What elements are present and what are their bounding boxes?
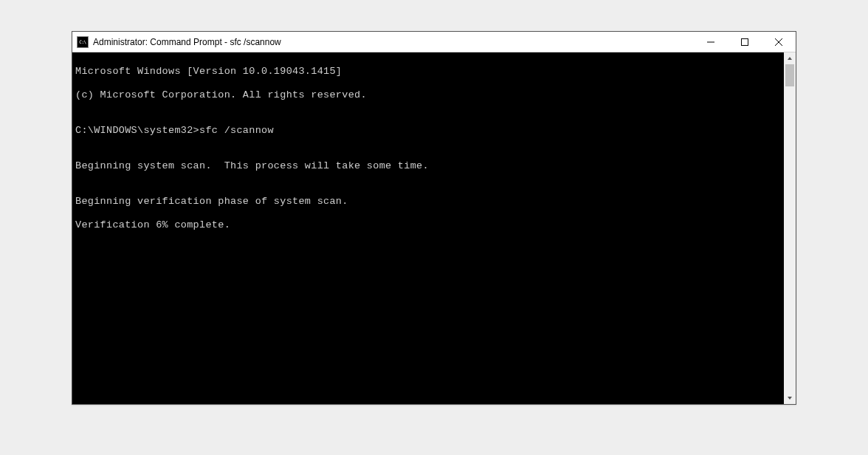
chevron-up-icon	[787, 55, 793, 61]
scroll-down-button[interactable]	[784, 392, 796, 404]
scroll-up-button[interactable]	[784, 52, 796, 64]
scroll-thumb[interactable]	[785, 64, 794, 86]
titlebar[interactable]: C:\ Administrator: Command Prompt - sfc …	[72, 32, 796, 52]
chevron-down-icon	[787, 395, 793, 401]
close-button[interactable]	[762, 32, 796, 52]
svg-marker-4	[788, 57, 792, 60]
maximize-icon	[741, 38, 748, 46]
window-controls	[694, 32, 796, 52]
icon-glyph: C:\	[79, 39, 86, 44]
terminal-output[interactable]: Microsoft Windows [Version 10.0.19043.14…	[72, 52, 784, 404]
output-line: Beginning system scan. This process will…	[75, 160, 781, 172]
output-line: (c) Microsoft Corporation. All rights re…	[75, 89, 781, 101]
command-prompt-window: C:\ Administrator: Command Prompt - sfc …	[72, 31, 796, 405]
minimize-button[interactable]	[694, 32, 728, 52]
vertical-scrollbar[interactable]	[784, 52, 796, 404]
svg-rect-1	[742, 38, 748, 45]
command-prompt-icon: C:\	[77, 36, 89, 48]
minimize-icon	[707, 38, 714, 46]
output-line: Verification 6% complete.	[75, 219, 781, 231]
maximize-button[interactable]	[728, 32, 762, 52]
output-line: C:\WINDOWS\system32>sfc /scannow	[75, 125, 781, 137]
window-title: Administrator: Command Prompt - sfc /sca…	[93, 37, 694, 47]
output-line: Microsoft Windows [Version 10.0.19043.14…	[75, 66, 781, 78]
terminal-area: Microsoft Windows [Version 10.0.19043.14…	[72, 52, 796, 404]
svg-marker-5	[788, 397, 792, 400]
close-icon	[775, 38, 782, 46]
output-line: Beginning verification phase of system s…	[75, 196, 781, 208]
